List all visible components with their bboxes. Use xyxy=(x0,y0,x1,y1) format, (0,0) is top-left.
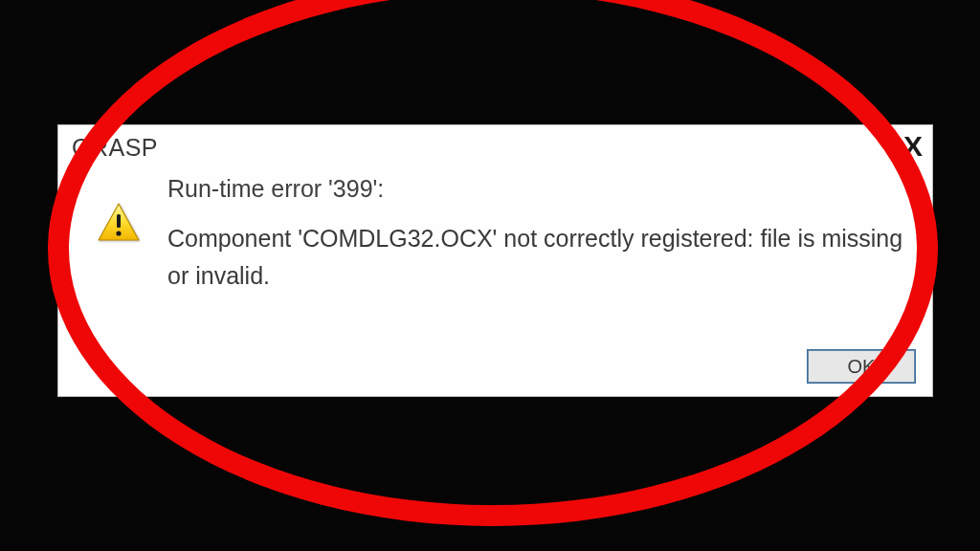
message-block: Run-time error '399': Component 'COMDLG3… xyxy=(167,175,903,295)
error-heading: Run-time error '399': xyxy=(167,175,903,203)
error-dialog: GRASP X Run-time error '399': Component … xyxy=(57,124,933,397)
button-row: OK xyxy=(808,350,915,383)
svg-rect-0 xyxy=(117,214,121,228)
svg-point-1 xyxy=(116,231,121,235)
dialog-content: Run-time error '399': Component 'COMDLG3… xyxy=(58,165,932,304)
error-body: Component 'COMDLG32.OCX' not correctly r… xyxy=(167,220,903,295)
dialog-title: GRASP xyxy=(72,134,158,162)
warning-icon xyxy=(97,202,141,242)
dialog-titlebar: GRASP X xyxy=(58,125,932,165)
ok-button[interactable]: OK xyxy=(808,350,915,383)
close-icon[interactable]: X xyxy=(903,132,923,161)
